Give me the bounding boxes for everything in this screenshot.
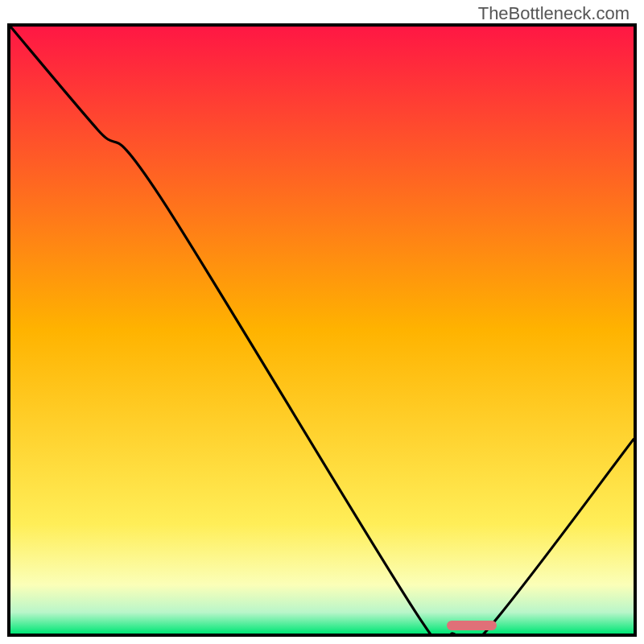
optimum-marker — [447, 621, 497, 630]
plot-area — [7, 23, 637, 637]
curve-svg — [10, 27, 634, 634]
bottleneck-curve-path — [10, 27, 634, 634]
watermark-text: TheBottleneck.com — [478, 3, 630, 24]
